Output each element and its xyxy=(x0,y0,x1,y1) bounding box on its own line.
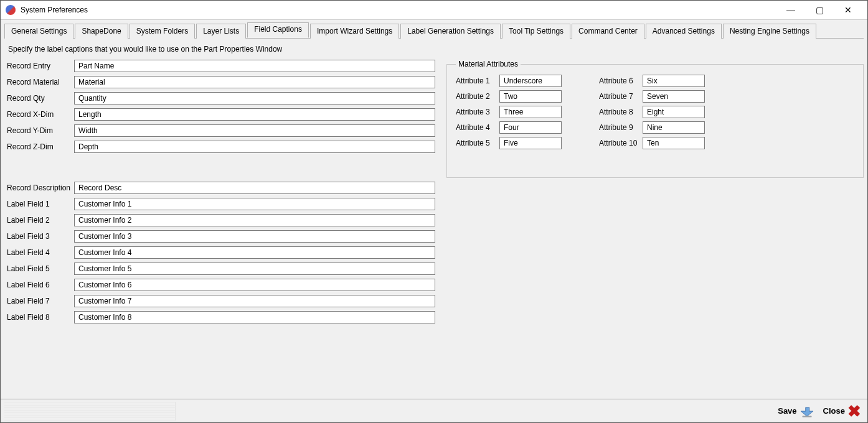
label-label-field-1: Label Field 1 xyxy=(4,200,74,208)
input-record-material[interactable] xyxy=(74,76,435,88)
label-attribute-4: Attribute 4 xyxy=(456,123,499,132)
input-label-field-2[interactable] xyxy=(74,214,435,226)
input-attribute-6[interactable] xyxy=(643,75,705,87)
input-label-field-6[interactable] xyxy=(74,279,435,291)
label-attribute-8: Attribute 8 xyxy=(599,108,643,116)
tab-system-folders[interactable]: System Folders xyxy=(130,24,195,39)
label-attribute-7: Attribute 7 xyxy=(599,92,643,101)
titlebar: System Preferences — ▢ ✕ xyxy=(1,1,867,19)
tab-import-wizard-settings[interactable]: Import Wizard Settings xyxy=(310,24,399,39)
footer-grip xyxy=(4,402,176,421)
close-label: Close xyxy=(823,406,845,416)
tab-tool-tip-settings[interactable]: Tool Tip Settings xyxy=(502,24,570,39)
label-attribute-1: Attribute 1 xyxy=(456,77,499,85)
input-record-z-dim[interactable] xyxy=(74,141,435,153)
close-button[interactable]: Close ✖ xyxy=(821,403,864,419)
save-button[interactable]: Save xyxy=(775,403,816,419)
tab-label-generation-settings[interactable]: Label Generation Settings xyxy=(400,24,501,39)
material-attributes-legend: Material Attributes xyxy=(456,60,521,68)
input-attribute-9[interactable] xyxy=(643,121,705,134)
label-record-material: Record Material xyxy=(4,78,74,86)
label-record-entry: Record Entry xyxy=(4,62,74,70)
label-record-qty: Record Qty xyxy=(4,94,74,103)
label-record-z-dim: Record Z-Dim xyxy=(4,142,74,151)
input-label-field-7[interactable] xyxy=(74,295,435,307)
input-attribute-4[interactable] xyxy=(499,121,562,134)
input-label-field-8[interactable] xyxy=(74,311,435,323)
label-attribute-5: Attribute 5 xyxy=(456,139,499,147)
tab-general-settings[interactable]: General Settings xyxy=(4,24,73,39)
tab-field-captions[interactable]: Field Captions xyxy=(247,22,309,38)
close-icon: ✖ xyxy=(847,404,861,418)
label-label-field-7: Label Field 7 xyxy=(4,297,74,305)
input-attribute-5[interactable] xyxy=(499,137,562,149)
input-record-qty[interactable] xyxy=(74,92,435,105)
minimize-button[interactable]: — xyxy=(776,1,805,19)
input-label-field-4[interactable] xyxy=(74,246,435,259)
input-record-entry[interactable] xyxy=(74,60,435,72)
label-attribute-9: Attribute 9 xyxy=(599,123,643,132)
label-label-field-5: Label Field 5 xyxy=(4,264,74,273)
input-attribute-8[interactable] xyxy=(643,106,705,118)
maximize-button[interactable]: ▢ xyxy=(805,1,834,19)
input-record-description[interactable] xyxy=(74,182,435,194)
app-icon xyxy=(6,5,16,15)
label-label-field-2: Label Field 2 xyxy=(4,216,74,225)
system-preferences-window: System Preferences — ▢ ✕ General Setting… xyxy=(0,0,868,423)
input-label-field-1[interactable] xyxy=(74,198,435,210)
label-record-description: Record Description xyxy=(4,184,74,192)
page-instruction: Specify the label captions that you woul… xyxy=(8,45,864,53)
save-icon xyxy=(800,404,814,418)
tab-nesting-engine-settings[interactable]: Nesting Engine Settings xyxy=(723,24,816,39)
input-label-field-5[interactable] xyxy=(74,263,435,275)
svg-rect-0 xyxy=(802,416,811,417)
input-attribute-7[interactable] xyxy=(643,90,705,103)
label-record-y-dim: Record Y-Dim xyxy=(4,126,74,135)
save-label: Save xyxy=(778,406,796,416)
input-record-y-dim[interactable] xyxy=(74,124,435,137)
tab-shapedone[interactable]: ShapeDone xyxy=(75,24,128,39)
label-label-field-3: Label Field 3 xyxy=(4,232,74,241)
label-attribute-2: Attribute 2 xyxy=(456,92,499,101)
label-record-x-dim: Record X-Dim xyxy=(4,110,74,119)
input-attribute-10[interactable] xyxy=(643,137,705,149)
input-label-field-3[interactable] xyxy=(74,230,435,243)
tab-command-center[interactable]: Command Center xyxy=(572,24,644,39)
tab-layer-lists[interactable]: Layer Lists xyxy=(196,24,246,39)
tabstrip: General Settings ShapeDone System Folder… xyxy=(1,20,867,38)
window-title: System Preferences xyxy=(21,6,88,14)
material-attributes-group: Material Attributes Attribute 1 Attribut… xyxy=(446,60,864,178)
window-controls: — ▢ ✕ xyxy=(776,1,862,19)
label-label-field-4: Label Field 4 xyxy=(4,248,74,257)
label-attribute-6: Attribute 6 xyxy=(599,77,643,85)
field-caption-list: Record Entry Record Material Record Qty … xyxy=(4,60,435,327)
client-area: General Settings ShapeDone System Folder… xyxy=(1,19,867,422)
input-attribute-1[interactable] xyxy=(499,75,562,87)
tab-page-field-captions: Specify the label captions that you woul… xyxy=(1,39,867,399)
window-close-button[interactable]: ✕ xyxy=(834,1,862,19)
input-record-x-dim[interactable] xyxy=(74,108,435,121)
label-attribute-3: Attribute 3 xyxy=(456,108,499,116)
input-attribute-3[interactable] xyxy=(499,106,562,118)
input-attribute-2[interactable] xyxy=(499,90,562,103)
footer: Save Close ✖ xyxy=(1,399,867,422)
tab-advanced-settings[interactable]: Advanced Settings xyxy=(646,24,722,39)
label-attribute-10: Attribute 10 xyxy=(599,139,643,147)
label-label-field-8: Label Field 8 xyxy=(4,313,74,322)
label-label-field-6: Label Field 6 xyxy=(4,281,74,289)
